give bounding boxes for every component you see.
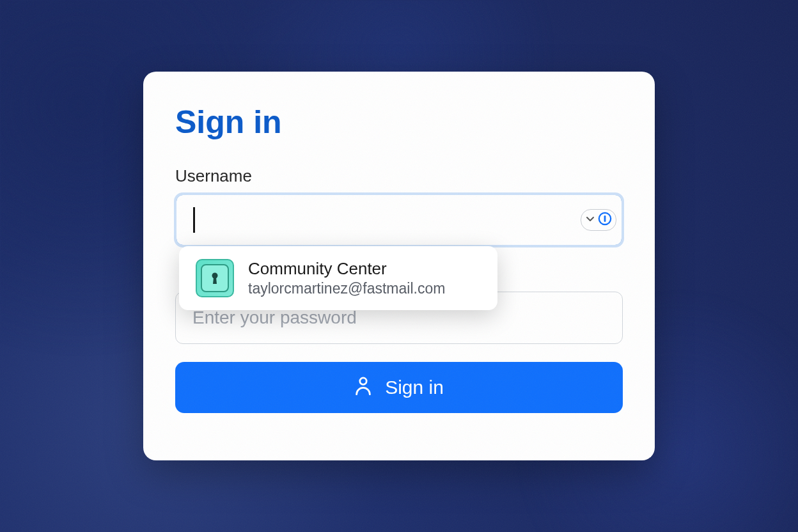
suggestion-subtitle: taylorcmartinez@fastmail.com (248, 280, 445, 297)
text-caret (193, 207, 195, 233)
chevron-down-icon (585, 214, 595, 226)
vault-icon (196, 259, 234, 297)
username-field-wrap: Community Center taylorcmartinez@fastmai… (175, 194, 623, 246)
signin-button[interactable]: Sign in (175, 362, 623, 413)
suggestion-title: Community Center (248, 259, 445, 279)
autofill-suggestion[interactable]: Community Center taylorcmartinez@fastmai… (179, 246, 497, 310)
password-manager-pill[interactable] (581, 209, 616, 231)
svg-rect-1 (604, 215, 606, 222)
username-input[interactable] (175, 194, 623, 246)
signin-button-label: Sign in (385, 377, 444, 398)
onepassword-icon (598, 212, 612, 228)
svg-point-3 (360, 377, 366, 384)
signin-card: Sign in Username Community Center taylor… (143, 72, 655, 460)
user-icon (354, 376, 372, 400)
page-title: Sign in (175, 104, 623, 141)
username-label: Username (175, 166, 623, 186)
